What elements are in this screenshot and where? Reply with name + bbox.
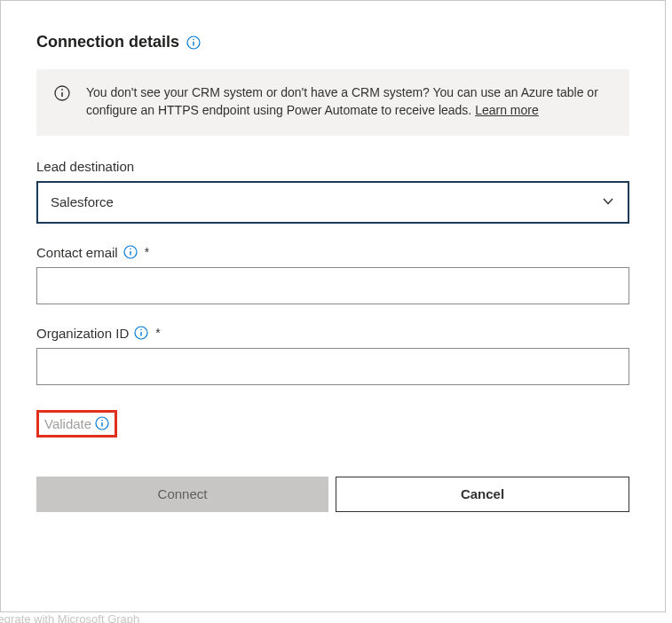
button-row: Connect Cancel	[36, 477, 629, 512]
panel-heading: Connection details	[36, 33, 179, 51]
svg-point-11	[140, 329, 142, 331]
lead-destination-label: Lead destination	[36, 159, 134, 174]
lead-destination-field: Lead destination Salesforce	[36, 159, 629, 224]
info-icon	[54, 85, 70, 101]
required-indicator: *	[155, 326, 160, 340]
chevron-down-icon	[601, 193, 615, 210]
cancel-button[interactable]: Cancel	[336, 477, 629, 512]
lead-destination-select[interactable]: Salesforce	[36, 181, 629, 224]
info-notice: You don't see your CRM system or don't h…	[36, 69, 629, 136]
svg-point-14	[101, 420, 103, 422]
connection-details-panel: Connection details You don't see your CR…	[0, 0, 666, 612]
organization-id-input[interactable]	[36, 348, 629, 385]
contact-email-field: Contact email *	[36, 245, 629, 304]
field-label-row: Contact email *	[36, 245, 629, 260]
learn-more-link[interactable]: Learn more	[475, 103, 539, 117]
lead-destination-value: Salesforce	[51, 194, 114, 209]
field-label-row: Lead destination	[36, 159, 629, 174]
svg-point-5	[61, 89, 63, 91]
svg-point-8	[130, 248, 131, 250]
organization-id-field: Organization ID *	[36, 326, 629, 385]
contact-email-input[interactable]	[36, 267, 629, 304]
connect-button[interactable]: Connect	[36, 477, 328, 512]
contact-email-label: Contact email	[36, 245, 118, 260]
validate-highlight: Validate	[36, 410, 117, 438]
info-icon[interactable]	[134, 326, 148, 340]
heading-row: Connection details	[36, 33, 629, 51]
organization-id-label: Organization ID	[36, 326, 129, 341]
validate-link[interactable]: Validate	[44, 416, 91, 431]
background-text: tegrate with Microsoft Graph	[0, 612, 139, 623]
info-icon[interactable]	[123, 245, 138, 259]
info-icon[interactable]	[186, 35, 201, 50]
info-icon[interactable]	[95, 416, 109, 430]
required-indicator: *	[145, 245, 149, 259]
field-label-row: Organization ID *	[36, 326, 629, 341]
svg-point-2	[193, 38, 194, 40]
notice-text: You don't see your CRM system or don't h…	[86, 83, 612, 120]
